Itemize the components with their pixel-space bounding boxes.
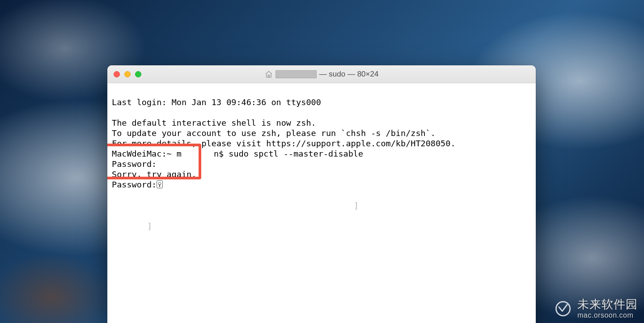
terminal-window: — sudo — 80×24 Last login: Mon Jan 13 09… — [107, 65, 536, 323]
term-line: The default interactive shell is now zsh… — [112, 118, 316, 128]
watermark-text: 未来软件园 mac.orsoon.com — [577, 298, 638, 319]
password-label: Password: — [112, 159, 157, 169]
window-title-redacted — [275, 70, 317, 78]
prompt-line: MacWdeiMac:~ mn$ sudo spctl --master-dis… — [112, 149, 363, 158]
watermark-url: mac.orsoon.com — [577, 311, 638, 319]
prompt-user-redacted — [182, 150, 214, 158]
svg-rect-0 — [268, 75, 269, 77]
term-line: Last login: Mon Jan 13 09:46:36 on ttys0… — [112, 98, 321, 107]
traffic-lights — [107, 71, 141, 77]
bracket-hint: ] — [354, 200, 359, 211]
window-title-suffix: — sudo — 80×24 — [319, 70, 379, 79]
watermark: 未来软件园 mac.orsoon.com — [553, 298, 638, 319]
home-icon — [265, 70, 273, 78]
error-line: Sorry, try again. — [112, 170, 196, 179]
svg-point-1 — [556, 302, 570, 315]
close-button[interactable] — [114, 71, 120, 77]
watermark-logo-icon — [553, 299, 573, 319]
password-label: Password: — [112, 180, 157, 189]
password-prompt-2: Password: — [112, 180, 163, 189]
zoom-button[interactable] — [135, 71, 141, 77]
prompt-prefix: MacWdeiMac:~ m — [112, 149, 182, 158]
terminal-body[interactable]: Last login: Mon Jan 13 09:46:36 on ttys0… — [107, 83, 536, 323]
minimize-button[interactable] — [124, 71, 131, 77]
watermark-title: 未来软件园 — [577, 298, 638, 311]
term-line: To update your account to use zsh, pleas… — [112, 128, 436, 138]
bracket-hint: ] — [147, 221, 152, 231]
term-line: For more details, please visit https://s… — [112, 139, 456, 148]
window-title: — sudo — 80×24 — [107, 70, 536, 79]
key-icon — [157, 180, 163, 188]
prompt-suffix: n$ — [214, 149, 229, 158]
window-titlebar[interactable]: — sudo — 80×24 — [107, 65, 536, 83]
command-text: sudo spctl --master-disable — [229, 149, 363, 158]
password-prompt-1: Password:] — [112, 159, 157, 169]
